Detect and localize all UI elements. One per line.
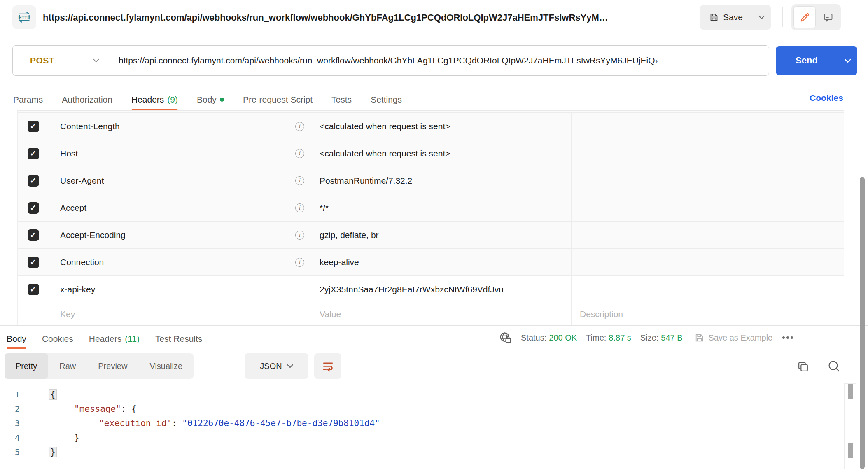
header-value[interactable]: <calculated when request is sent> [320,121,450,131]
request-tab-body[interactable]: Body [197,88,224,111]
size-value[interactable]: 547 B [661,333,682,343]
code-line-2: 2"message": { [0,402,844,416]
time-value[interactable]: 8.87 s [609,333,631,343]
header-checkbox[interactable]: ✓ [28,202,39,214]
save-as-example-button[interactable]: Save as Example [694,333,773,343]
search-response-button[interactable] [825,357,842,375]
code-line-1: 1{ [0,387,844,402]
save-icon [694,333,705,343]
value-cell: <calculated when request is sent> [311,140,572,167]
key-cell: Accepti [49,194,311,221]
value-cell: gzip, deflate, br [311,222,572,248]
view-tab-visualize[interactable]: Visualize [138,353,194,379]
header-checkbox[interactable]: ✓ [28,148,39,159]
request-tab-pre-request-script[interactable]: Pre-request Script [243,88,313,111]
view-tab-preview[interactable]: Preview [87,353,138,379]
key-cell: Connectioni [49,249,311,275]
save-button[interactable]: Save [700,5,752,30]
value-cell: PostmanRuntime/7.32.2 [311,167,572,194]
key-cell: Key [49,303,311,325]
header-key[interactable]: Host [60,149,78,159]
header-key[interactable]: User-Agent [60,176,104,186]
code-line-content: "message": { [74,402,137,416]
format-select[interactable]: JSON [245,353,308,379]
request-tab-params[interactable]: Params [13,88,43,111]
header-value[interactable]: PostmanRuntime/7.32.2 [320,176,412,186]
response-tab-headers[interactable]: Headers(11) [89,329,140,349]
copy-icon [797,360,810,373]
cookies-link[interactable]: Cookies [810,93,843,103]
json-token: "execution_id" [99,418,172,428]
header-key[interactable]: Accept-Encoding [60,230,126,240]
doc-toolbar [791,4,841,30]
code-scrollbar-thumb[interactable] [848,384,853,399]
header-row-user-agent: ✓User-AgentiPostmanRuntime/7.32.2 [18,167,844,194]
request-tab-pre-request-script-label: Pre-request Script [243,95,313,105]
info-icon: i [295,231,304,240]
header-checkbox[interactable]: ✓ [28,284,39,295]
value-input[interactable]: Value [320,309,341,319]
copy-response-button[interactable] [795,358,811,375]
response-tab-test-results[interactable]: Test Results [155,329,202,349]
header-checkbox[interactable]: ✓ [28,121,39,132]
chevron-down-icon [287,364,293,368]
description-cell[interactable] [572,194,844,221]
send-options-button[interactable] [838,46,857,75]
header-checkbox[interactable]: ✓ [28,257,39,268]
view-tab-pretty[interactable]: Pretty [5,353,48,379]
edit-button[interactable] [793,6,816,28]
response-tab-body-label: Body [7,334,26,344]
request-tab-headers[interactable]: Headers(9) [131,88,178,111]
method-select[interactable]: POST [13,46,110,75]
headers-table: ✓Content-Lengthi<calculated when request… [17,110,844,325]
header-checkbox[interactable]: ✓ [28,175,39,187]
unsaved-changes-dot [220,98,224,102]
description-cell[interactable] [572,140,844,167]
method-label: POST [30,56,54,65]
header-key[interactable]: Connection [60,257,104,267]
chevron-down-icon [93,58,99,63]
info-icon: i [295,203,304,212]
network-info-icon[interactable] [499,331,512,344]
new-header-row: KeyValueDescription [18,303,844,325]
request-tab-tests[interactable]: Tests [331,88,352,111]
header-row-content-length: ✓Content-Lengthi<calculated when request… [18,113,844,140]
description-cell[interactable] [572,222,844,248]
value-cell: keep-alive [311,249,572,275]
response-tab-cookies[interactable]: Cookies [42,329,73,349]
description-cell[interactable] [572,249,844,275]
url-input[interactable]: https://api.connect.fylamynt.com/api/web… [110,46,769,75]
save-options-button[interactable] [752,5,771,30]
save-as-example-label: Save as Example [709,333,773,343]
request-tab-authorization[interactable]: Authorization [62,88,112,111]
more-options-icon[interactable] [781,335,795,341]
header-key[interactable]: Accept [60,203,86,213]
status-value[interactable]: 200 OK [549,333,577,343]
key-cell: Hosti [49,140,311,167]
comment-button[interactable] [817,6,839,28]
code-scrollbar-mark[interactable] [848,443,853,458]
key-input[interactable]: Key [60,309,75,319]
response-body[interactable]: 1{2"message": {3"execution_id": "0122670… [0,387,844,460]
main-scrollbar-thumb[interactable] [860,177,865,469]
view-tab-raw[interactable]: Raw [48,353,87,379]
header-checkbox[interactable]: ✓ [28,229,39,241]
description-cell[interactable] [572,113,844,140]
line-number: 4 [0,431,20,445]
response-tab-body[interactable]: Body [7,329,26,349]
header-value[interactable]: gzip, deflate, br [320,230,379,240]
header-key[interactable]: Content-Length [60,121,120,131]
header-value[interactable]: */* [320,203,329,213]
header-value[interactable]: 2yjX35tnnSaa7Hr2g8EaI7rWxbzcNtWf69VdfJvu [320,285,504,294]
wrap-lines-button[interactable] [314,353,341,379]
save-button-label: Save [723,12,743,22]
description-cell[interactable] [572,167,844,194]
request-tab-body-label: Body [197,95,217,105]
header-value[interactable]: <calculated when request is sent> [320,149,450,159]
header-value[interactable]: keep-alive [320,257,359,267]
send-button[interactable]: Send [776,46,857,75]
description-cell[interactable] [572,276,844,303]
request-tab-settings[interactable]: Settings [371,88,402,111]
description-input[interactable]: Description [580,309,623,319]
header-key[interactable]: x-api-key [60,285,95,294]
